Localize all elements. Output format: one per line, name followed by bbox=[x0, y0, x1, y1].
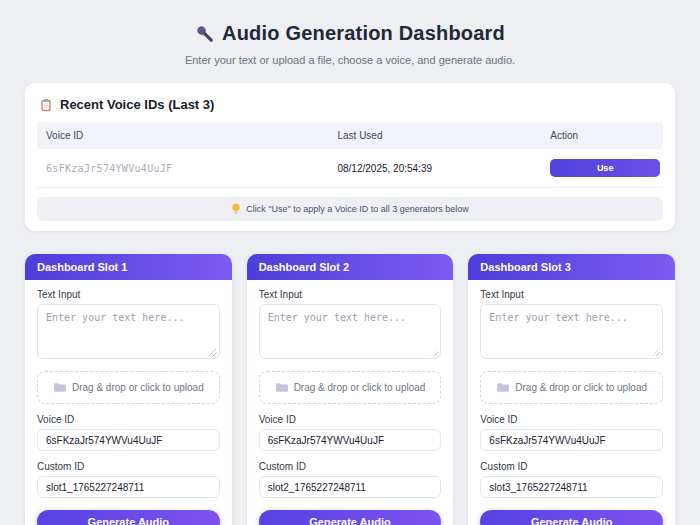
page-header: Audio Generation Dashboard Enter your te… bbox=[0, 0, 700, 66]
custom-id-input[interactable] bbox=[480, 476, 663, 498]
voice-id-label: Voice ID bbox=[259, 414, 442, 425]
page-title-text: Audio Generation Dashboard bbox=[222, 22, 505, 45]
folder-icon bbox=[53, 382, 66, 393]
table-row: 6sFKzaJr574YWVu4UuJF 08/12/2025, 20:54:3… bbox=[37, 149, 663, 188]
recent-voice-ids-card: Recent Voice IDs (Last 3) Voice ID Last … bbox=[25, 83, 675, 231]
microphone-icon bbox=[195, 24, 214, 43]
slot-2-header: Dashboard Slot 2 bbox=[247, 254, 454, 280]
column-header-action: Action bbox=[550, 130, 663, 141]
page-subtitle: Enter your text or upload a file, choose… bbox=[0, 54, 700, 66]
slot-3-header: Dashboard Slot 3 bbox=[468, 254, 675, 280]
text-input[interactable] bbox=[480, 304, 663, 359]
custom-id-input[interactable] bbox=[37, 476, 220, 498]
text-input-label: Text Input bbox=[37, 289, 220, 300]
lightbulb-icon bbox=[231, 203, 241, 215]
recent-card-title: Recent Voice IDs (Last 3) bbox=[37, 95, 663, 112]
upload-dropzone[interactable]: Drag & drop or click to upload bbox=[480, 371, 663, 404]
generate-audio-button[interactable]: Generate Audio bbox=[259, 510, 442, 525]
use-button[interactable]: Use bbox=[550, 159, 660, 177]
upload-label: Drag & drop or click to upload bbox=[515, 382, 647, 393]
dashboard-slots-row: Dashboard Slot 1 Text Input Drag & drop … bbox=[25, 254, 675, 525]
voice-id-input[interactable] bbox=[259, 429, 442, 451]
recent-voice-table: Voice ID Last Used Action 6sFKzaJr574YWV… bbox=[37, 122, 663, 188]
table-header-row: Voice ID Last Used Action bbox=[37, 122, 663, 149]
clipboard-icon bbox=[39, 98, 53, 112]
voice-id-label: Voice ID bbox=[37, 414, 220, 425]
page-title: Audio Generation Dashboard bbox=[195, 22, 505, 45]
tip-bar: Click "Use" to apply a Voice ID to all 3… bbox=[37, 197, 663, 221]
column-header-voice-id: Voice ID bbox=[37, 130, 337, 141]
custom-id-label: Custom ID bbox=[37, 461, 220, 472]
tip-text: Click "Use" to apply a Voice ID to all 3… bbox=[246, 204, 469, 214]
column-header-last-used: Last Used bbox=[337, 130, 550, 141]
slot-1-header: Dashboard Slot 1 bbox=[25, 254, 232, 280]
slot-1-body: Text Input Drag & drop or click to uploa… bbox=[25, 280, 232, 525]
voice-id-input[interactable] bbox=[480, 429, 663, 451]
dashboard-slot-2: Dashboard Slot 2 Text Input Drag & drop … bbox=[247, 254, 454, 525]
slot-2-body: Text Input Drag & drop or click to uploa… bbox=[247, 280, 454, 525]
action-cell: Use bbox=[550, 159, 663, 177]
upload-dropzone[interactable]: Drag & drop or click to upload bbox=[37, 371, 220, 404]
upload-label: Drag & drop or click to upload bbox=[294, 382, 426, 393]
slot-3-body: Text Input Drag & drop or click to uploa… bbox=[468, 280, 675, 525]
text-input-label: Text Input bbox=[480, 289, 663, 300]
voice-id-input[interactable] bbox=[37, 429, 220, 451]
generate-audio-button[interactable]: Generate Audio bbox=[37, 510, 220, 525]
dashboard-slot-1: Dashboard Slot 1 Text Input Drag & drop … bbox=[25, 254, 232, 525]
last-used-cell: 08/12/2025, 20:54:39 bbox=[337, 163, 550, 174]
text-input-label: Text Input bbox=[259, 289, 442, 300]
custom-id-label: Custom ID bbox=[259, 461, 442, 472]
custom-id-input[interactable] bbox=[259, 476, 442, 498]
voice-id-label: Voice ID bbox=[480, 414, 663, 425]
text-input[interactable] bbox=[37, 304, 220, 359]
dashboard-slot-3: Dashboard Slot 3 Text Input Drag & drop … bbox=[468, 254, 675, 525]
text-input[interactable] bbox=[259, 304, 442, 359]
upload-label: Drag & drop or click to upload bbox=[72, 382, 204, 393]
voice-id-cell: 6sFKzaJr574YWVu4UuJF bbox=[37, 163, 337, 174]
main-container: Recent Voice IDs (Last 3) Voice ID Last … bbox=[25, 83, 675, 525]
folder-icon bbox=[496, 382, 509, 393]
upload-dropzone[interactable]: Drag & drop or click to upload bbox=[259, 371, 442, 404]
generate-audio-button[interactable]: Generate Audio bbox=[480, 510, 663, 525]
recent-card-title-text: Recent Voice IDs (Last 3) bbox=[60, 97, 214, 112]
custom-id-label: Custom ID bbox=[480, 461, 663, 472]
folder-icon bbox=[275, 382, 288, 393]
